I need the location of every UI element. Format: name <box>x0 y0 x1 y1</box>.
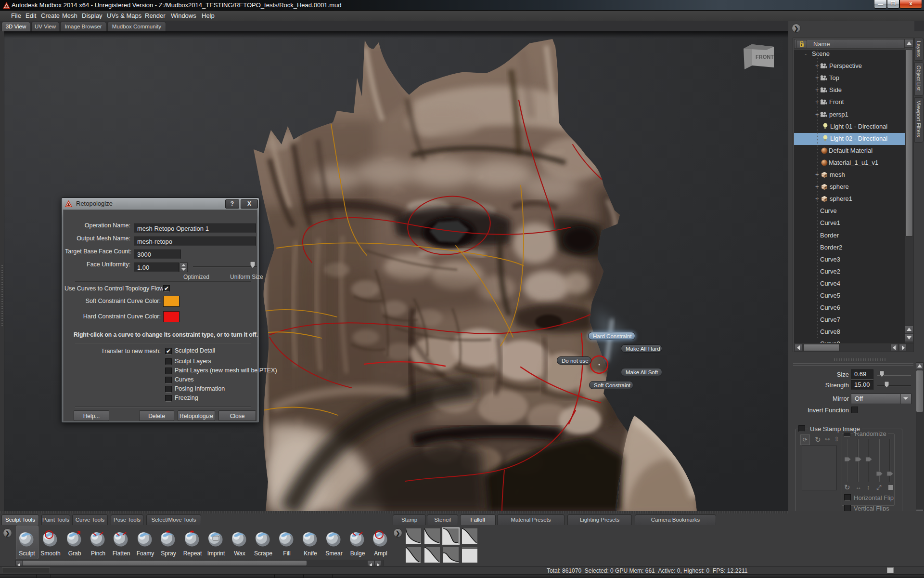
svg-text:FRONT: FRONT <box>756 54 774 60</box>
